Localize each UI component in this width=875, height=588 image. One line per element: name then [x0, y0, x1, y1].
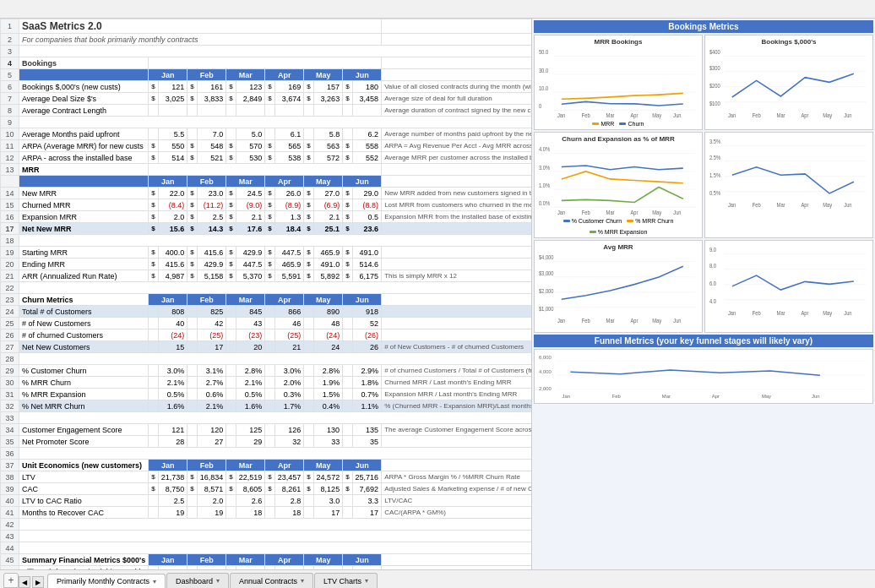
churn-expansion-chart: Churn and Expansion as % of MRR 4.0% 3.0…	[534, 132, 703, 238]
svg-text:10.0: 10.0	[539, 86, 549, 91]
svg-text:0.5%: 0.5%	[709, 191, 721, 196]
tab-navigation: ◀ ▶	[19, 576, 44, 588]
row-9: 9	[1, 117, 533, 128]
spreadsheet-title: SaaS Metrics 2.0	[19, 19, 382, 34]
svg-text:May: May	[652, 210, 662, 215]
svg-text:Feb: Feb	[753, 113, 762, 118]
bookings-month-row: 5 Jan Feb Mar Apr May Jun	[1, 69, 533, 81]
tab-nav-right[interactable]: ▶	[32, 576, 44, 588]
tab-chevron-2: ▾	[216, 577, 220, 585]
spreadsheet: 1 SaaS Metrics 2.0 2 For companies that …	[0, 19, 532, 569]
mrr-new: 14 New MRR $22.0 $23.0 $24.5 $26.0 $27.0…	[1, 188, 533, 199]
svg-text:Jun: Jun	[844, 113, 851, 118]
churn-expansion-legend: % Customer Churn % MRR Churn % MRR Expan…	[537, 218, 699, 235]
tab-chevron-1: ▾	[153, 578, 156, 585]
svg-text:1.5%: 1.5%	[709, 173, 721, 178]
row-44: 44	[1, 542, 533, 554]
total-customers: 24 Total # of Customers 808 825 845 866 …	[1, 306, 533, 318]
svg-text:Mar: Mar	[606, 318, 615, 324]
tab-dashboard[interactable]: Dashboard ▾	[166, 573, 229, 588]
row-3: 3	[1, 46, 533, 57]
svg-text:Feb: Feb	[582, 318, 591, 324]
bookings-chart: Bookings $,000's $400 $300 $200 $100 Jan…	[704, 35, 873, 130]
bookings-chart-title: Bookings $,000's	[708, 38, 870, 46]
funnel-header: Funnel Metrics (your key funnel stages w…	[534, 335, 873, 347]
chart-row-1: MRR Bookings 50.0 30.0 10.0 0 Jan Feb Ma…	[534, 35, 873, 130]
mrr-bookings-legend: MRR Churn	[537, 121, 699, 127]
row-18: 18	[1, 235, 533, 247]
svg-text:May: May	[652, 318, 662, 324]
svg-text:Feb: Feb	[612, 394, 622, 399]
legend-mrr: MRR	[592, 121, 614, 127]
pct-mrr-expansion: 31 % MRR Expansion 0.5% 0.6% 0.5% 0.3% 1…	[1, 389, 533, 400]
row-22: 22	[1, 282, 533, 294]
avg-mrr2-svg: 9.0 8.0 6.0 4.0 Jan Feb Mar Apr May Jun	[708, 245, 870, 317]
svg-text:Mar: Mar	[777, 203, 785, 208]
add-sheet-button[interactable]: +	[3, 573, 19, 588]
row-43: 43	[1, 531, 533, 542]
tab-primarily-monthly-label: Primarily Monthly Contracts	[57, 577, 149, 585]
svg-text:Jun: Jun	[844, 203, 851, 208]
ltv: 38 LTV $21,738 $16,834 $22,519 $23,457 $…	[1, 471, 533, 483]
svg-text:8.0: 8.0	[709, 263, 717, 268]
svg-text:Jun: Jun	[673, 318, 681, 324]
bookings-mar: Mar	[226, 69, 265, 81]
legend-dot-churn	[619, 122, 626, 125]
row-36: 36	[1, 448, 533, 460]
svg-text:Jan: Jan	[562, 394, 571, 399]
svg-text:0: 0	[539, 104, 542, 109]
legend-dot-mrr	[592, 122, 599, 125]
funnel-svg: 6,000 4,000 2,000 Jan Feb Mar Apr May Ju…	[537, 352, 870, 399]
bookings-jun: Jun	[343, 69, 382, 81]
pct-net-mrr-churn: 32 % Net MRR Churn 1.6% 2.1% 1.6% 1.7% 0…	[1, 400, 533, 412]
svg-text:Jan: Jan	[557, 318, 565, 324]
charts-header: Bookings Metrics	[534, 20, 873, 33]
toolbar	[0, 0, 875, 19]
tab-annual-label: Annual Contracts	[239, 577, 297, 585]
svg-text:$3,000: $3,000	[539, 270, 554, 275]
churn-expansion-svg: 4.0% 3.0% 1.0% 0.0% Jan Feb Mar Apr May …	[537, 144, 699, 216]
svg-text:Feb: Feb	[753, 203, 762, 208]
svg-text:4,000: 4,000	[539, 369, 552, 374]
subtitle-empty	[382, 34, 532, 46]
bookings-svg: $400 $300 $200 $100 Jan Feb Mar Apr May …	[708, 47, 870, 119]
svg-text:May: May	[823, 203, 833, 208]
main-area: 1 SaaS Metrics 2.0 2 For companies that …	[0, 19, 875, 569]
svg-text:Jan: Jan	[557, 210, 565, 215]
note-6: Value of all closed contracts during the…	[382, 81, 532, 93]
avg-mrr-chart: Avg MRR $4,000 $3,000 $2,000 $1,000 Jan …	[534, 240, 703, 333]
svg-text:Mar: Mar	[606, 210, 615, 215]
svg-text:$100: $100	[709, 101, 720, 106]
bookings-label-col	[19, 69, 149, 81]
mrr-bookings-svg: 50.0 30.0 10.0 0 Jan Feb Mar Apr May Jun	[537, 47, 699, 119]
svg-text:Apr: Apr	[801, 311, 808, 316]
svg-text:Jun: Jun	[844, 311, 851, 316]
svg-text:May: May	[762, 394, 771, 399]
row-num-5: 5	[1, 69, 19, 81]
row-33: 33	[1, 412, 533, 424]
tab-ltv-charts[interactable]: LTV Charts ▾	[314, 573, 378, 588]
tab-annual-contracts[interactable]: Annual Contracts ▾	[230, 573, 313, 588]
tab-bar: + ◀ ▶ Primarily Monthly Contracts ▾ Dash…	[0, 569, 875, 588]
tab-nav-left[interactable]: ◀	[19, 576, 30, 588]
cac: 39 CAC $8,750 $8,571 $8,605 $8,261 $8,12…	[1, 483, 533, 495]
avg-mrr2-chart: 9.0 8.0 6.0 4.0 Jan Feb Mar Apr May Jun	[704, 240, 873, 333]
svg-text:30.0: 30.0	[539, 68, 549, 74]
svg-text:$400: $400	[709, 50, 720, 55]
svg-text:0.0%: 0.0%	[539, 201, 551, 206]
svg-text:2.5%: 2.5%	[709, 155, 721, 160]
svg-text:9.0: 9.0	[709, 248, 717, 253]
bookings-row-5: 10 Average Months paid upfront 5.5 7.0 5…	[1, 128, 533, 140]
bookings-header-empty	[149, 57, 382, 69]
svg-text:May: May	[652, 113, 662, 118]
svg-text:6,000: 6,000	[539, 355, 552, 360]
mrr-net: 17 Net New MRR $15.6 $14.3 $17.6 $18.4 $…	[1, 223, 533, 235]
mrr-churned: 15 Churned MRR $(8.4) $(11.2) $(9.0) $(8…	[1, 199, 533, 211]
avg-mrr-svg: $4,000 $3,000 $2,000 $1,000 Jan Feb Mar …	[537, 253, 699, 324]
tab-primarily-monthly[interactable]: Primarily Monthly Contracts ▾	[47, 574, 166, 588]
net-mrr-churn-svg: 3.5% 2.5% 1.5% 0.5% Jan Feb Mar Apr May …	[708, 137, 870, 209]
svg-text:4.0: 4.0	[709, 299, 717, 304]
bookings-feb: Feb	[188, 69, 226, 81]
bookings-apr: Apr	[265, 69, 304, 81]
svg-text:Apr: Apr	[630, 210, 638, 215]
